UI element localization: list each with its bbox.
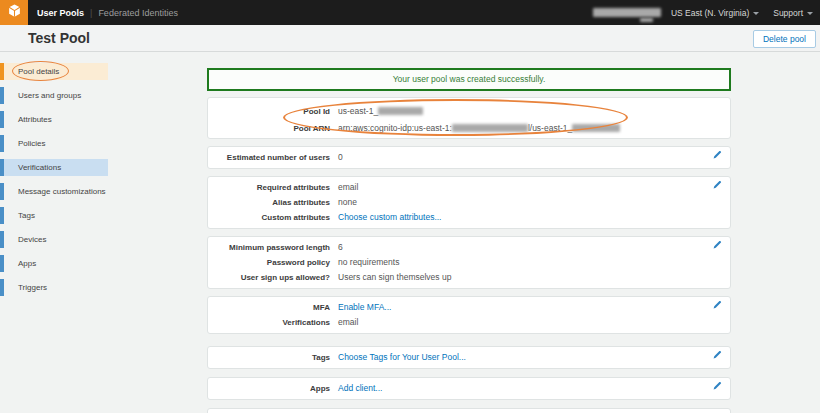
row-value: no requirements	[338, 255, 399, 269]
support-menu[interactable]: Support	[773, 8, 813, 18]
account-name-redacted[interactable]	[593, 8, 661, 17]
sidebar-item-label: Verifications	[18, 163, 61, 172]
region-menu[interactable]: US East (N. Virginia)	[671, 8, 759, 18]
sidebar-item-label: Devices	[18, 235, 46, 244]
sidebar-item-message-customizations[interactable]: Message customizations	[0, 183, 108, 200]
row-label: Password policy	[218, 256, 330, 270]
sidebar-item-triggers[interactable]: Triggers	[0, 279, 108, 296]
pool-id-value: us-east-1_	[338, 103, 423, 119]
panel-policies: Minimum password length6 Password policy…	[207, 236, 731, 289]
sidebar-item-label: Users and groups	[18, 91, 81, 100]
row-label: Custom attributes	[218, 211, 330, 225]
edit-pencil-icon[interactable]	[713, 350, 722, 359]
pool-arn-label: Pool ARN	[218, 121, 330, 137]
pool-id-row: Pool Id us-east-1_	[218, 103, 720, 120]
edit-pencil-icon[interactable]	[713, 300, 722, 309]
sidebar-item-label: Attributes	[18, 115, 52, 124]
delete-pool-button[interactable]: Delete pool	[753, 30, 816, 48]
row-value: 6	[338, 240, 343, 254]
main-content: Your user pool was created successfully.…	[207, 52, 731, 413]
row-value: email	[338, 180, 358, 194]
row-label: User sign ups allowed?	[218, 271, 330, 285]
chevron-down-icon	[753, 12, 759, 15]
sidebar-item-attributes[interactable]: Attributes	[0, 111, 108, 128]
row-value: 0	[338, 150, 343, 164]
redacted-pool-suffix	[572, 124, 620, 132]
panel-pool-info: Pool Id us-east-1_ Pool ARN arn:aws:cogn…	[207, 97, 731, 139]
row-label: Minimum password length	[218, 241, 330, 255]
page-title: Test Pool	[0, 30, 90, 46]
row-label: Required attributes	[218, 181, 330, 195]
edit-pencil-icon[interactable]	[713, 240, 722, 249]
enable-mfa-link[interactable]: Enable MFA...	[338, 300, 391, 314]
edit-pencil-icon[interactable]	[713, 381, 722, 390]
pool-id-label: Pool Id	[218, 104, 330, 120]
support-label: Support	[773, 8, 803, 18]
edit-pencil-icon[interactable]	[713, 150, 722, 159]
sidebar-item-label: Policies	[18, 139, 46, 148]
row-label: Verifications	[218, 316, 330, 330]
redacted-account-id	[452, 124, 528, 132]
pool-arn-row: Pool ARN arn:aws:cognito-idp:us-east-1:l…	[218, 120, 720, 137]
top-navbar: User Pools | Federated Identities US Eas…	[0, 0, 820, 25]
choose-custom-attributes-link[interactable]: Choose custom attributes...	[338, 210, 441, 224]
row-label: MFA	[218, 301, 330, 315]
edit-pencil-icon[interactable]	[713, 180, 722, 189]
cognito-logo[interactable]	[0, 0, 28, 25]
redaction-blur	[593, 8, 661, 17]
page-header: Test Pool Delete pool	[0, 25, 820, 52]
panel-estimated-users: Estimated number of users0	[207, 146, 731, 169]
row-label: Alias attributes	[218, 196, 330, 210]
sidebar-item-verifications[interactable]: Verifications	[0, 159, 108, 176]
sidebar-item-devices[interactable]: Devices	[0, 231, 108, 248]
nav-federated-identities[interactable]: Federated Identities	[98, 8, 178, 18]
sidebar-item-apps[interactable]: Apps	[0, 255, 108, 272]
region-label: US East (N. Virginia)	[671, 8, 749, 18]
sidebar-item-label: Message customizations	[18, 187, 106, 196]
row-label: Tags	[218, 351, 330, 365]
row-value: none	[338, 195, 357, 209]
sidebar-item-users-and-groups[interactable]: Users and groups	[0, 87, 108, 104]
row-value: email	[338, 315, 358, 329]
add-client-link[interactable]: Add client...	[338, 381, 382, 395]
row-label: Apps	[218, 382, 330, 396]
panel-mfa-verifications: MFAEnable MFA... Verificationsemail	[207, 296, 731, 334]
chevron-down-icon	[807, 12, 813, 15]
panel-tags: TagsChoose Tags for Your User Pool...	[207, 346, 731, 369]
panel-triggers: TriggersAdd triggers...	[207, 408, 731, 413]
sidebar-nav: Pool details Users and groups Attributes…	[0, 52, 108, 303]
nav-separator: |	[90, 8, 92, 18]
sidebar-item-policies[interactable]: Policies	[0, 135, 108, 152]
redaction-blur-fragment	[640, 18, 653, 22]
success-banner: Your user pool was created successfully.	[207, 68, 731, 91]
pool-arn-value: arn:aws:cognito-idp:us-east-1:l/us-east-…	[338, 120, 620, 136]
sidebar-item-pool-details[interactable]: Pool details	[0, 63, 108, 80]
sidebar-item-label: Triggers	[18, 283, 47, 292]
panel-apps: AppsAdd client...	[207, 377, 731, 400]
row-label: Estimated number of users	[218, 151, 330, 165]
sidebar-item-label: Tags	[18, 211, 35, 220]
nav-user-pools[interactable]: User Pools	[37, 8, 84, 18]
panel-attributes: Required attributesemail Alias attribute…	[207, 176, 731, 229]
choose-tags-link[interactable]: Choose Tags for Your User Pool...	[338, 350, 466, 364]
row-value: Users can sign themselves up	[338, 270, 451, 284]
sidebar-item-label: Pool details	[18, 67, 59, 76]
cube-icon	[7, 3, 22, 22]
sidebar-item-tags[interactable]: Tags	[0, 207, 108, 224]
redacted-pool-id	[378, 107, 423, 115]
sidebar-item-label: Apps	[18, 259, 36, 268]
